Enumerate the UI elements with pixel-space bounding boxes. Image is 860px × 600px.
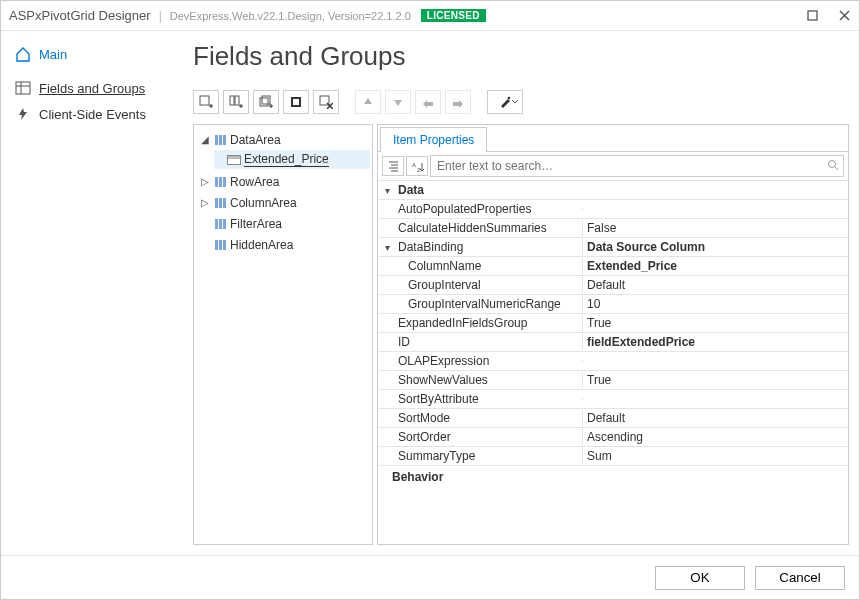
window-subtitle: DevExpress.Web.v22.1.Design, Version=22.… xyxy=(170,10,411,22)
expand-toggle-icon[interactable]: ▾ xyxy=(378,242,396,253)
svg-rect-14 xyxy=(262,96,270,104)
property-value[interactable]: Default xyxy=(582,410,848,426)
designer-window: ASPxPivotGrid Designer | DevExpress.Web.… xyxy=(0,0,860,600)
svg-rect-13 xyxy=(260,98,268,106)
add-group-button[interactable] xyxy=(253,90,279,114)
area-icon xyxy=(213,239,227,251)
property-name: GroupIntervalNumericRange xyxy=(396,296,582,312)
area-icon xyxy=(213,197,227,209)
svg-rect-18 xyxy=(293,99,299,105)
home-icon xyxy=(15,46,31,62)
expand-icon[interactable]: ▷ xyxy=(200,197,210,208)
page-title: Fields and Groups xyxy=(193,41,849,72)
svg-point-22 xyxy=(508,97,511,100)
property-value[interactable]: fieldExtendedPrice xyxy=(582,334,848,350)
property-value[interactable] xyxy=(582,208,848,210)
sidebar-main[interactable]: Main xyxy=(11,41,181,67)
property-name: ID xyxy=(396,334,582,350)
property-row[interactable]: ExpandedInFieldsGroupTrue xyxy=(378,314,848,333)
property-row[interactable]: ▾Data xyxy=(378,181,848,200)
property-row[interactable]: OLAPExpression xyxy=(378,352,848,371)
tree-node-dataarea[interactable]: ◢ DataArea xyxy=(200,130,370,149)
area-icon xyxy=(213,176,227,188)
property-row[interactable]: GroupIntervalNumericRange10 xyxy=(378,295,848,314)
cancel-button[interactable]: Cancel xyxy=(755,566,845,590)
property-row[interactable]: SortByAttribute xyxy=(378,390,848,409)
property-name: SortMode xyxy=(396,410,582,426)
property-row[interactable]: SortOrderAscending xyxy=(378,428,848,447)
tree-node-filterarea[interactable]: FilterArea xyxy=(200,214,370,233)
sidebar-item-fields-groups[interactable]: Fields and Groups xyxy=(11,75,181,101)
expand-icon[interactable]: ▷ xyxy=(200,176,210,187)
property-row[interactable]: ShowNewValuesTrue xyxy=(378,371,848,390)
property-value[interactable]: True xyxy=(582,315,848,331)
property-value[interactable]: Ascending xyxy=(582,429,848,445)
property-value[interactable]: Extended_Price xyxy=(582,258,848,274)
svg-rect-10 xyxy=(235,96,239,105)
property-name: CalculateHiddenSummaries xyxy=(396,220,582,236)
titlebar: ASPxPivotGrid Designer | DevExpress.Web.… xyxy=(1,1,859,31)
add-field-button[interactable] xyxy=(193,90,219,114)
property-value[interactable] xyxy=(582,398,848,400)
tab-item-properties[interactable]: Item Properties xyxy=(380,127,487,152)
area-icon xyxy=(213,134,227,146)
move-right-button[interactable] xyxy=(445,90,471,114)
property-value[interactable]: 10 xyxy=(582,296,848,312)
property-row[interactable]: SortModeDefault xyxy=(378,409,848,428)
property-value[interactable]: Sum xyxy=(582,448,848,464)
property-row[interactable]: ▾DataBindingData Source Column xyxy=(378,238,848,257)
property-name: ShowNewValues xyxy=(396,372,582,388)
property-value[interactable]: Data Source Column xyxy=(582,239,848,255)
dialog-footer: OK Cancel xyxy=(1,555,859,599)
tree-node-extended-price[interactable]: Extended_Price xyxy=(214,150,370,169)
delete-field-button[interactable] xyxy=(313,90,339,114)
property-value[interactable]: Default xyxy=(582,277,848,293)
property-name: Data xyxy=(396,182,582,198)
search-icon xyxy=(827,159,839,174)
categorized-view-button[interactable] xyxy=(382,156,404,176)
tree-node-columnarea[interactable]: ▷ ColumnArea xyxy=(200,193,370,212)
expand-toggle-icon[interactable]: ▾ xyxy=(378,185,396,196)
svg-text:A: A xyxy=(412,162,416,168)
property-row[interactable]: ColumnNameExtended_Price xyxy=(378,257,848,276)
move-left-button[interactable] xyxy=(415,90,441,114)
property-grid[interactable]: ▾DataAutoPopulatedPropertiesCalculateHid… xyxy=(378,181,848,544)
property-search-input[interactable] xyxy=(430,155,844,177)
alphabetical-view-button[interactable]: AZ xyxy=(406,156,428,176)
tree-node-hiddenarea[interactable]: HiddenArea xyxy=(200,235,370,254)
property-panel: Item Properties AZ ▾DataAutoPopulatedPro… xyxy=(377,124,849,545)
collapse-icon[interactable]: ◢ xyxy=(200,134,210,145)
property-value[interactable]: False xyxy=(582,220,848,236)
property-name: ExpandedInFieldsGroup xyxy=(396,315,582,331)
tree-node-rowarea[interactable]: ▷ RowArea xyxy=(200,172,370,191)
property-value[interactable]: True xyxy=(582,372,848,388)
property-row[interactable]: GroupIntervalDefault xyxy=(378,276,848,295)
sidebar-item-client-events[interactable]: Client-Side Events xyxy=(11,101,181,127)
add-area-button[interactable] xyxy=(223,90,249,114)
property-row[interactable]: CalculateHiddenSummariesFalse xyxy=(378,219,848,238)
move-down-button[interactable] xyxy=(385,90,411,114)
svg-point-30 xyxy=(829,161,836,168)
property-name: DataBinding xyxy=(396,239,582,255)
edit-field-button[interactable] xyxy=(283,90,309,114)
area-icon xyxy=(213,218,227,230)
lightning-icon xyxy=(15,106,31,122)
property-name: SortByAttribute xyxy=(396,391,582,407)
property-row[interactable]: IDfieldExtendedPrice xyxy=(378,333,848,352)
move-up-button[interactable] xyxy=(355,90,381,114)
window-title: ASPxPivotGrid Designer xyxy=(9,8,151,23)
property-value[interactable] xyxy=(582,360,848,362)
wizard-button[interactable] xyxy=(487,90,523,114)
svg-rect-3 xyxy=(16,82,30,94)
svg-line-31 xyxy=(835,167,838,170)
property-name: AutoPopulatedProperties xyxy=(396,201,582,217)
svg-rect-9 xyxy=(230,96,234,105)
close-icon[interactable] xyxy=(837,9,851,23)
areas-tree[interactable]: ◢ DataArea Extended_Price xyxy=(193,124,373,545)
property-row[interactable]: SummaryTypeSum xyxy=(378,447,848,466)
property-category: Behavior xyxy=(378,466,848,488)
property-row[interactable]: AutoPopulatedProperties xyxy=(378,200,848,219)
grid-icon xyxy=(15,80,31,96)
maximize-icon[interactable] xyxy=(805,9,819,23)
ok-button[interactable]: OK xyxy=(655,566,745,590)
